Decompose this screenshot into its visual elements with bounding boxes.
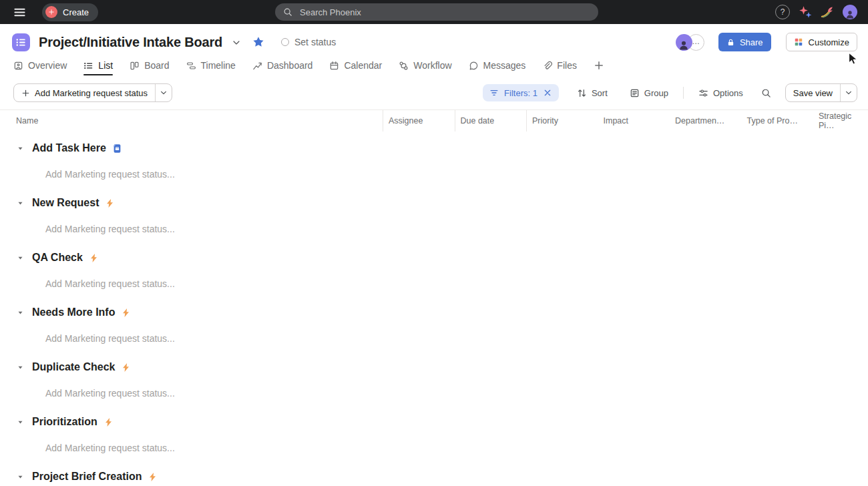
group-badge-icon[interactable] — [121, 308, 131, 318]
help-button[interactable]: ? — [775, 5, 790, 19]
view-tab[interactable]: Board — [130, 56, 169, 75]
collapse-triangle-icon[interactable] — [17, 200, 24, 207]
add-task-button-label: Add Marketing request status — [35, 88, 148, 98]
project-header-actions: ... Share Customize — [676, 33, 857, 51]
view-tab[interactable]: Timeline — [186, 56, 236, 75]
tab-label: Timeline — [201, 60, 236, 71]
group-name[interactable]: Needs More Info — [32, 306, 115, 318]
tab-icon — [329, 61, 339, 71]
view-tab[interactable]: Messages — [469, 56, 526, 75]
column-header[interactable]: Name — [0, 110, 383, 132]
column-header[interactable]: Assignee — [383, 110, 455, 132]
group-name[interactable]: New Request — [32, 197, 99, 209]
group-badge-icon[interactable] — [148, 472, 158, 482]
group-badge-icon[interactable] — [103, 417, 114, 427]
user-avatar[interactable] — [843, 5, 857, 19]
column-header[interactable]: Impact — [598, 110, 670, 132]
project-icon[interactable] — [12, 33, 30, 51]
group-name[interactable]: Duplicate Check — [32, 361, 115, 373]
tab-icon — [542, 61, 552, 71]
chevron-down-icon — [160, 89, 168, 97]
tab-label: Files — [557, 60, 577, 71]
view-tab[interactable]: List — [83, 56, 113, 75]
view-tab[interactable]: Calendar — [329, 56, 382, 75]
options-button-label: Options — [713, 88, 743, 98]
collapse-triangle-icon[interactable] — [17, 254, 24, 262]
save-view-button-label: Save view — [793, 88, 833, 98]
save-view-button[interactable]: Save view — [786, 84, 841, 101]
group-name[interactable]: Add Task Here — [32, 142, 106, 154]
sort-button[interactable]: Sort — [573, 87, 612, 99]
column-header[interactable]: Departmen… — [670, 110, 742, 132]
collapse-triangle-icon[interactable] — [17, 473, 24, 481]
view-tab[interactable]: Overview — [13, 56, 67, 75]
group-name[interactable]: QA Check — [32, 252, 83, 264]
view-tab[interactable]: Workflow — [399, 56, 451, 75]
add-task-placeholder-row[interactable]: Add Marketing request status... — [0, 439, 868, 457]
collapse-triangle-icon[interactable] — [17, 419, 24, 426]
view-tab[interactable]: Files — [542, 56, 577, 75]
help-button-label: ? — [781, 7, 785, 17]
add-task-dropdown-button[interactable] — [156, 84, 172, 101]
group-header-row: Needs More Info — [0, 303, 868, 322]
group-badge-icon[interactable] — [89, 253, 99, 263]
view-tab[interactable]: Dashboard — [252, 56, 313, 75]
group-header-row: Add Task Here — [0, 139, 868, 158]
group-name[interactable]: Project Brief Creation — [32, 471, 142, 483]
list-search-icon[interactable] — [761, 88, 771, 98]
save-view-dropdown-button[interactable] — [841, 84, 857, 101]
add-task-placeholder-row[interactable]: Add Marketing request status... — [0, 220, 868, 238]
global-search-input[interactable] — [298, 7, 590, 18]
column-header[interactable]: Priority — [526, 110, 598, 132]
share-button[interactable]: Share — [718, 33, 771, 51]
options-button[interactable]: Options — [694, 87, 747, 99]
group-header-row: Duplicate Check — [0, 358, 868, 377]
favorite-star-icon[interactable] — [252, 36, 264, 48]
topbar-actions: ? — [775, 5, 857, 19]
add-task-placeholder-row[interactable]: Add Marketing request status... — [0, 165, 868, 184]
collapse-triangle-icon[interactable] — [17, 364, 24, 371]
column-header[interactable]: Strategic Pi… — [813, 110, 868, 132]
group-button[interactable]: Group — [626, 87, 672, 99]
add-task-button[interactable]: Add Marketing request status — [14, 84, 156, 101]
clear-filters-icon[interactable] — [543, 88, 552, 97]
collapse-triangle-icon[interactable] — [17, 145, 24, 152]
collapse-triangle-icon[interactable] — [17, 309, 24, 316]
group-name[interactable]: Prioritization — [32, 416, 97, 428]
person-icon — [678, 39, 690, 51]
title-chevron-down-icon[interactable] — [232, 38, 241, 47]
group-badge-icon[interactable] — [112, 144, 122, 154]
column-header[interactable]: Due date — [455, 110, 527, 132]
hamburger-menu-icon[interactable] — [13, 6, 26, 19]
customize-button[interactable]: Customize — [786, 33, 857, 51]
group-badge-icon[interactable] — [105, 198, 115, 208]
status-group: New Request Add Marketing request status… — [0, 194, 868, 238]
add-task-placeholder-row[interactable]: Add Marketing request status... — [0, 274, 868, 293]
tab-icon — [83, 61, 93, 71]
task-list-body: Add Task Here Add Marketing request stat… — [0, 131, 868, 486]
save-view-split-button: Save view — [785, 83, 857, 102]
column-header-label: Impact — [604, 116, 629, 126]
global-search-bar[interactable] — [275, 3, 598, 21]
status-group: Add Task Here Add Marketing request stat… — [0, 139, 868, 184]
column-header[interactable]: Type of Pro… — [742, 110, 814, 132]
tab-icon — [186, 61, 196, 71]
sort-icon — [577, 88, 587, 98]
tab-label: Dashboard — [267, 60, 313, 71]
member-avatar[interactable] — [676, 34, 692, 51]
tab-label: Board — [144, 60, 169, 71]
set-status-button[interactable]: Set status — [281, 37, 336, 47]
group-header-row: New Request — [0, 194, 868, 212]
add-task-placeholder-row[interactable]: Add Marketing request status... — [0, 329, 868, 348]
create-button[interactable]: Create — [42, 3, 98, 21]
ai-sparkle-icon[interactable] — [799, 5, 812, 19]
filters-pill[interactable]: Filters: 1 — [483, 84, 559, 101]
add-task-placeholder-row[interactable]: Add Marketing request status... — [0, 384, 868, 403]
add-task-split-button: Add Marketing request status — [13, 83, 172, 102]
lock-icon — [726, 38, 735, 47]
add-view-tab-button[interactable] — [594, 60, 604, 71]
group-badge-icon[interactable] — [121, 362, 131, 373]
person-icon — [845, 9, 855, 19]
phoenix-celebration-icon[interactable] — [821, 5, 834, 19]
project-header: Project/Initiative Intake Board Set stat… — [12, 29, 857, 55]
